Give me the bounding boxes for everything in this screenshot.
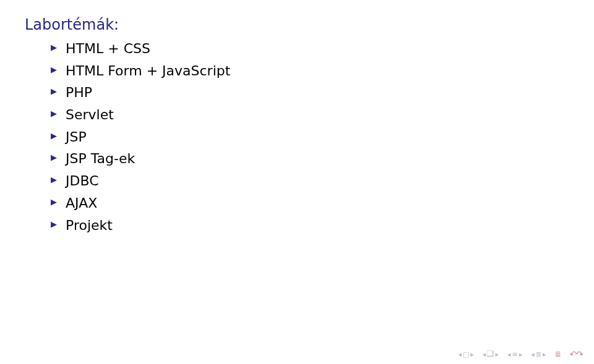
list-item-label: HTML Form + JavaScript (66, 63, 230, 78)
nav-subsection-icon[interactable]: ≡ (512, 351, 517, 358)
nav-next-frame-icon[interactable]: ▸ (470, 351, 474, 358)
nav-section-icon[interactable] (487, 350, 494, 358)
nav-next-slide-icon[interactable]: ▸ (543, 351, 546, 358)
list-item-label: JDBC (66, 173, 99, 188)
list-item: JDBC (51, 172, 594, 190)
list-item: JSP (51, 128, 594, 146)
list-item-label: Projekt (66, 218, 113, 233)
nav-frame-icon[interactable]: □ (463, 351, 469, 358)
nav-back-forward-icon[interactable]: ↶↷ (570, 349, 583, 359)
item-list: HTML + CSS HTML Form + JavaScript PHP Se… (25, 40, 594, 234)
list-item-label: JSP Tag-ek (66, 151, 135, 166)
slide: Labortémák: HTML + CSS HTML Form + JavaS… (0, 0, 594, 364)
nav-next-subsection-icon[interactable]: ▸ (519, 351, 523, 358)
slide-title: Labortémák: (25, 16, 594, 33)
nav-slide-icon[interactable]: ≣ (536, 351, 541, 358)
nav-subsection-group: ◂ ≡ ▸ (507, 351, 522, 358)
nav-prev-slide-icon[interactable]: ◂ (531, 351, 535, 358)
list-item: HTML Form + JavaScript (51, 62, 594, 80)
nav-section-group: ◂ ▸ (483, 350, 499, 358)
list-item: Servlet (51, 106, 594, 124)
list-item-label: Servlet (66, 107, 114, 122)
nav-slide-group: ◂ ≣ ▸ (531, 351, 546, 358)
nav-appendix-icon[interactable]: ≣ (554, 350, 561, 358)
list-item: HTML + CSS (51, 40, 594, 58)
list-item: Projekt (51, 216, 594, 235)
nav-frame-group: ◂ □ ▸ (458, 351, 473, 358)
list-item: PHP (51, 83, 594, 102)
svg-rect-1 (487, 350, 493, 356)
nav-prev-subsection-icon[interactable]: ◂ (507, 351, 511, 358)
nav-next-section-icon[interactable]: ▸ (495, 351, 499, 358)
list-item-label: HTML + CSS (66, 41, 150, 56)
list-item: AJAX (51, 194, 594, 213)
nav-prev-frame-icon[interactable]: ◂ (458, 351, 462, 358)
list-item-label: JSP (66, 129, 87, 145)
list-item-label: AJAX (66, 195, 97, 211)
list-item: JSP Tag-ek (51, 150, 594, 168)
nav-prev-section-icon[interactable]: ◂ (483, 351, 486, 358)
beamer-nav-bar: ◂ □ ▸ ◂ ▸ ◂ ≡ ▸ ◂ ≣ ▸ ≣ ↶↷ (458, 349, 583, 359)
list-item-label: PHP (66, 85, 92, 100)
